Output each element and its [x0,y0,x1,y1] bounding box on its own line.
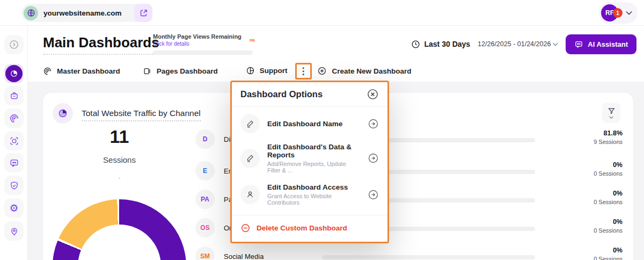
channel-initials: E [203,167,207,175]
gear-icon: ⚙ [9,203,18,213]
account-menu[interactable]: RF 1 [599,2,638,24]
tab-label: Pages Dashboard [157,67,218,75]
funnel-icon [608,107,616,115]
quota-details-link[interactable]: Click for details [153,41,253,47]
swirl-icon [43,67,52,76]
channel-percent: 0% [564,190,623,197]
menu-item-title: Edit Dashboard Name [267,120,342,128]
globe-icon [24,6,38,20]
channel-percent: 0% [564,161,623,169]
menu-item-subtitle: Add/Remove Reports, Update Filter & ... [267,161,360,174]
dashboard-options-button[interactable]: ⋮ [295,63,312,80]
pencil-icon [240,149,260,168]
total-sessions-label: Sessions [70,155,169,164]
dashboard-options-popup: Dashboard Options Edit Dashboard Name [230,81,389,243]
page-title: Main Dashboards [43,34,159,55]
channel-avatar: SM [195,247,215,260]
channel-avatar: PA [195,190,215,209]
popup-header: Dashboard Options [232,82,387,107]
create-new-dashboard-button[interactable]: Create New Dashboard [317,60,412,82]
tab-master-dashboard[interactable]: Master Dashboard [43,60,120,82]
menu-item-title: Edit Dashboard Access [267,183,360,191]
ai-assistant-label: AI Assistant [588,40,628,48]
menu-item-edit-access[interactable]: Edit Dashboard Access Grant Access to We… [240,178,379,211]
channel-initials: SM [200,252,210,260]
date-range-value[interactable]: 12/26/2025 - 01/24/2026 [478,40,551,48]
location-pin-icon [9,226,19,236]
menu-item-subtitle: Grant Access to Website Contributors [267,193,360,206]
expand-arrow-icon [9,39,19,50]
tab-support[interactable]: Support [241,60,294,82]
channel-sessions: 0 Sessions [564,256,623,260]
chevron-down-icon [553,42,558,46]
minus-circle-icon [240,223,251,233]
card-pie-icon [53,103,73,124]
menu-item-title: Edit Dashboard's Data & Reports [267,143,360,159]
popup-title: Dashboard Options [240,89,323,99]
sidebar-expand-button[interactable] [4,35,24,54]
channel-sessions: 0 Sessions [564,170,623,177]
sidebar: ⚙ [0,26,28,260]
filter-button[interactable] [602,103,620,123]
arrow-right-circle-icon [368,189,379,200]
focus-record-icon [9,136,19,146]
avatar: RF 1 [601,4,618,21]
date-range-label: Last 30 Days [425,40,471,48]
plus-circle-icon [317,66,327,76]
clock-icon [411,40,420,49]
channel-label: Social Media [224,252,264,260]
ai-assistant-button[interactable]: AI Assistant [566,34,636,54]
card-title: Total Website Traffic by Channel [82,109,201,121]
external-link-icon [139,9,148,18]
sidebar-item-messages[interactable] [4,153,24,172]
app-window: yourwebsitename.com RF 1 [0,0,644,260]
menu-item-edit-name[interactable]: Edit Dashboard Name [240,109,379,138]
pages-icon [143,67,152,76]
tab-label: Master Dashboard [57,67,120,75]
channel-stats: 0% 0 Sessions [564,218,623,234]
quota-progress-bar [153,50,253,55]
channel-initials: D [203,135,208,143]
tab-label: Create New Dashboard [332,67,412,75]
dashboard-tabs: Master Dashboard Pages Dashboard Support… [43,60,411,82]
channel-stats: 81.8% 9 Sessions [564,129,623,145]
tab-pages-dashboard[interactable]: Pages Dashboard [143,60,218,82]
website-name: yourwebsitename.com [43,9,122,17]
close-button[interactable] [366,88,379,101]
sidebar-item-locations[interactable] [4,221,24,241]
channel-stats: 0% 0 Sessions [564,161,623,177]
dashboard-pie-icon [5,65,23,82]
channel-sessions: 0 Sessions [564,227,623,234]
sidebar-item-products[interactable] [4,86,24,105]
channel-initials: OS [200,224,209,232]
chat-bubble-icon [9,158,19,168]
sidebar-item-dashboards[interactable] [4,64,24,83]
sidebar-item-recordings[interactable] [4,131,24,150]
channel-initials: PA [201,196,209,203]
sidebar-item-security[interactable] [4,176,24,195]
delete-label: Delete Custom Dashboard [257,224,347,232]
arrow-right-circle-icon [368,153,379,164]
channel-sessions: 9 Sessions [564,139,623,145]
pencil-icon [240,114,260,133]
menu-item-delete-dashboard[interactable]: Delete Custom Dashboard [232,215,387,242]
channel-bar-track [322,255,535,259]
arrow-right-circle-icon [368,118,379,129]
popup-items: Edit Dashboard Name Edit Dashboard's Dat… [232,107,387,213]
total-sessions-block: 11 Sessions - [70,126,169,182]
total-sessions-sub: - [70,174,169,182]
channel-avatar: OS [195,218,215,237]
open-site-button[interactable] [134,4,152,22]
shield-check-icon [9,180,19,191]
channel-avatar: E [195,161,215,180]
channel-avatar: D [195,129,215,149]
swirl-icon [9,113,19,124]
channel-stats: 0% 0 Sessions [564,190,623,205]
channel-percent: 0% [564,247,623,254]
channel-sessions: 0 Sessions [564,199,623,205]
channel-row: SM Social Media 0% 0 Sessions [195,247,623,260]
website-selector[interactable]: yourwebsitename.com [21,4,151,22]
menu-item-edit-data-reports[interactable]: Edit Dashboard's Data & Reports Add/Remo… [240,138,379,178]
sidebar-item-funnels[interactable] [4,109,24,128]
sidebar-item-settings[interactable]: ⚙ [4,198,24,218]
